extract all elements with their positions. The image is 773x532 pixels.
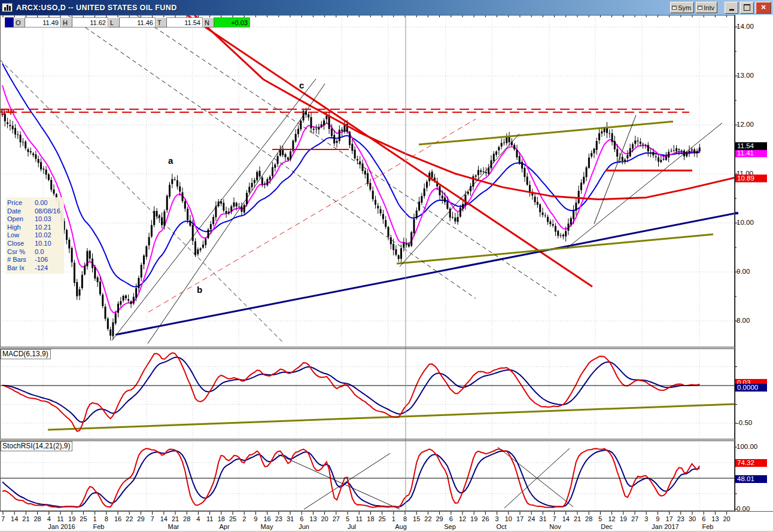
day-tick-label: 27 [631,515,638,522]
annotation-gap: gap [1,106,14,115]
info-row-high: High10.21 [7,224,60,232]
day-tick-label: 9 [254,515,257,522]
info-row-date: Date08/08/16 [7,207,60,216]
price-axis-label-11.54: 11.54 [735,142,767,150]
cursor-info-panel: Price0.00Date08/08/16Open10.03High10.21L… [6,197,64,274]
month-label-nov: Nov [549,523,561,530]
info-row-price: Price0.00 [7,199,60,207]
price-axis-label-14.00: 14.00 [737,23,754,30]
month-label-jun: Jun [299,523,309,530]
info-row-close: Close10.10 [7,240,60,248]
price-axis-label-10.89: 10.89 [735,175,767,182]
day-tick-label: 21 [172,515,179,522]
month-label-sep: Sep [444,523,456,530]
day-tick-label: 20 [321,515,328,522]
price-axis-label-11.41: 11.41 [735,149,767,157]
day-tick-label: 5 [346,515,349,522]
day-tick-label: 8 [403,515,407,522]
sym-button[interactable]: Sym [670,2,694,13]
day-tick-label: 6 [702,515,705,522]
day-tick-label: 22 [424,515,431,522]
day-tick-label: 19 [68,515,75,522]
month-label-apr: Apr [219,523,229,530]
maximize-button[interactable] [740,2,754,14]
macd-axis-label-0.0000: 0.0000 [735,384,767,392]
month-label-jan-2016: Jan 2016 [48,523,75,530]
info-row-csr: Csr %0.0 [7,248,60,256]
day-tick-label: 19 [620,515,627,522]
day-tick-label: 18 [367,515,374,522]
day-tick-label: 25 [378,515,385,522]
info-row-barix: Bar Ix-124 [7,264,60,273]
quote-label-L: L [108,17,120,27]
quote-label-N: N [203,17,214,27]
day-tick-label: 31 [539,515,546,522]
price-axis-label-9.00: 9.00 [737,268,750,275]
price-axis-label-8.00: 8.00 [737,317,750,324]
day-tick-label: 14 [562,515,570,522]
day-tick-label: 13 [309,515,316,522]
sym-window-icon [672,5,677,10]
day-tick-label: 28 [34,515,41,522]
annotation-c: c [299,80,304,90]
day-tick-label: 24 [528,515,535,522]
day-tick-label: 11 [206,515,213,522]
chart-canvas[interactable] [0,0,773,532]
day-tick-label: 22 [126,515,133,522]
day-tick-label: 26 [482,515,489,522]
day-tick-label: 19 [470,515,477,522]
month-label-dec: Dec [601,523,613,530]
day-tick-label: 4 [47,515,51,522]
day-tick-label: 1 [392,515,395,522]
day-tick-label: 14 [160,515,168,522]
maximize-icon [744,4,750,11]
day-tick-label: 15 [413,515,420,522]
day-tick-label: 17 [516,515,524,522]
stoch-axis-label-0.00: 0.00 [737,505,750,512]
day-tick-label: 9 [656,515,659,522]
day-tick-label: 20 [723,515,730,522]
month-label-jan-2017: Jan 2017 [652,523,678,530]
stoch-panel-label: StochRSI(14,21(2),9) [1,441,72,451]
day-tick-label: 11 [57,515,63,522]
day-tick-label: 8 [105,515,108,522]
day-tick-label: 11 [355,515,362,522]
day-tick-label: 29 [436,515,443,522]
titlebar[interactable]: ARCX:USO,D -- UNITED STATES OIL FUND Sym… [0,0,773,15]
day-tick-label: 25 [80,515,87,522]
day-tick-label: 5 [598,515,602,522]
close-button[interactable]: ✕ [756,2,771,14]
day-tick-label: 13 [711,515,719,522]
month-label-mar: Mar [168,523,179,530]
day-tick-label: 18 [218,515,225,522]
chart-window: ARCX:USO,D -- UNITED STATES OIL FUND Sym… [0,0,773,532]
day-tick-label: 6 [449,515,453,522]
macd-panel-label: MACD(6,13,9) [1,349,51,359]
intv-button[interactable]: Intv [696,2,717,13]
quote-bar: O11.49H11.62L11.46T11.54N+0.03 [5,17,250,27]
price-axis-label-12.00: 12.00 [737,121,754,128]
minimize-button[interactable] [725,2,738,14]
day-tick-label: 28 [585,515,592,522]
minimize-icon [729,9,734,11]
day-tick-label: 29 [137,515,144,522]
day-tick-label: 7 [1,515,5,522]
month-label-may: May [261,523,273,530]
quote-label-T: T [156,17,167,27]
intv-window-icon [698,5,702,10]
info-row-open: Open10.03 [7,215,60,224]
window-title: ARCX:USO,D -- UNITED STATES OIL FUND [16,4,177,12]
day-tick-label: 7 [151,515,154,522]
day-tick-label: 14 [11,515,18,522]
day-tick-label: 4 [196,515,200,522]
day-tick-label: 3 [495,515,499,522]
quote-value-H: 11.62 [72,17,108,27]
day-tick-label: 23 [677,515,684,522]
annotation-a: a [168,155,173,166]
price-axis-label-13.00: 13.00 [737,72,754,79]
day-tick-label: 7 [553,515,556,522]
day-tick-label: 16 [114,515,121,522]
price-axis-label-10.00: 10.00 [737,219,754,226]
day-tick-label: 25 [229,515,236,522]
month-label-oct: Oct [496,523,506,530]
